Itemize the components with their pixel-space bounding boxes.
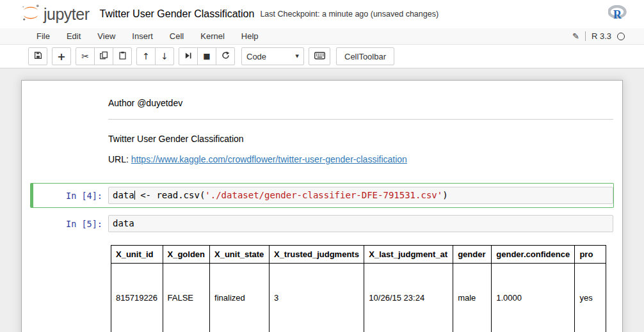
output-table-header-cell: gender [453, 246, 492, 264]
keyboard-icon [314, 52, 325, 61]
notebook-container: Author @duyetdev Twitter User Gender Cla… [0, 68, 644, 332]
output-table-cell: 815719226 [111, 264, 163, 332]
notebook-title[interactable]: Twitter User Gender Classification [100, 8, 255, 20]
output-prompt [33, 241, 108, 332]
output-table-header-cell: pro [575, 246, 606, 264]
arrow-up-icon: ↑ [142, 51, 150, 61]
menu-bar: File Edit View Insert Cell Kernel Help ✎… [0, 28, 644, 45]
notebook-toolbar: + ✂ ↑ ↓ [0, 45, 644, 68]
edit-button-group: ✂ [76, 47, 132, 65]
celltoolbar-button[interactable]: CellToolbar [336, 47, 394, 65]
interrupt-kernel-button[interactable]: ■ [197, 47, 216, 65]
output-table-cell: yes [575, 264, 606, 332]
output-table-header-cell: X_unit_state [210, 246, 270, 264]
menu-view[interactable]: View [89, 28, 124, 44]
notebook-heading-text: Twitter User Gender Classification [108, 134, 613, 145]
run-cell-button[interactable] [179, 47, 198, 65]
edit-mode-pencil-icon: ✎ [572, 31, 579, 41]
svg-text:R: R [613, 8, 622, 20]
code-token-paren: ) [442, 190, 447, 200]
code-input-4[interactable]: data <- read.csv('./dataset/gender-class… [108, 187, 613, 204]
output-area: X_unit_idX_goldenX_unit_stateX_trusted_j… [108, 241, 606, 332]
input-prompt: In [5]: [33, 215, 108, 232]
url-line: URL: https://www.kaggle.com/crowdflower/… [108, 154, 613, 165]
jupyter-logo-text: jupyter [44, 5, 90, 24]
plus-icon: + [57, 51, 65, 63]
copy-icon [100, 51, 108, 61]
markdown-cell[interactable]: Author @duyetdev Twitter User Gender Cla… [30, 90, 614, 180]
kernel-idle-indicator-icon [617, 33, 625, 40]
menu-cell[interactable]: Cell [161, 28, 192, 44]
menu-edit[interactable]: Edit [58, 28, 89, 44]
output-cell: X_unit_idX_goldenX_unit_stateX_trusted_j… [30, 237, 614, 332]
horizontal-rule [108, 119, 613, 120]
code-token-variable: data [113, 218, 134, 228]
restart-kernel-button[interactable] [216, 47, 235, 65]
kernel-name-label: R 3.3 [592, 31, 611, 41]
divider [585, 31, 586, 41]
r-kernel-logo-icon: R [608, 5, 627, 23]
output-table-head-row: X_unit_idX_goldenX_unit_stateX_trusted_j… [111, 246, 606, 264]
refresh-icon [221, 51, 230, 61]
clipboard-icon [118, 51, 127, 61]
menu-insert[interactable]: Insert [124, 28, 161, 44]
output-table-body: 815719226FALSEfinalized310/26/15 23:24ma… [111, 264, 606, 332]
stop-icon: ■ [203, 52, 210, 61]
move-button-group: ↑ ↓ [136, 47, 174, 65]
jupyter-logo[interactable]: jupyter [21, 3, 90, 25]
move-cell-up-button[interactable]: ↑ [136, 47, 156, 65]
code-input-5[interactable]: data [108, 215, 613, 232]
output-table-row: 815719226FALSEfinalized310/26/15 23:24ma… [111, 264, 606, 332]
output-table-header-cell: X_unit_id [111, 246, 163, 264]
output-table-cell: 3 [269, 264, 364, 332]
run-icon [184, 52, 192, 61]
menu-kernel[interactable]: Kernel [192, 28, 233, 44]
cell-type-dropdown[interactable]: Code ▼ [241, 47, 304, 65]
code-token-function: read.csv [156, 190, 199, 200]
markdown-rendered: Author @duyetdev Twitter User Gender Cla… [108, 93, 613, 176]
cell-type-value: Code [246, 52, 266, 61]
kaggle-dataset-link[interactable]: https://www.kaggle.com/crowdflower/twitt… [131, 154, 407, 164]
checkpoint-status: Last Checkpoint: a minute ago (unsaved c… [260, 10, 439, 19]
jupyter-notebook-app: jupyter Twitter User Gender Classificati… [0, 0, 644, 332]
dataframe-table: X_unit_idX_goldenX_unit_stateX_trusted_j… [111, 245, 606, 332]
input-prompt: In [4]: [33, 187, 108, 204]
code-cell-5[interactable]: In [5]: data [30, 211, 614, 236]
insert-cell-below-button[interactable]: + [52, 47, 71, 65]
code-token-variable: data [113, 190, 134, 200]
menu-file[interactable]: File [28, 28, 58, 44]
copy-cell-button[interactable] [94, 47, 113, 65]
output-table-header-cell: X_golden [163, 246, 210, 264]
code-cell-4[interactable]: In [4]: data <- read.csv('./dataset/gend… [30, 183, 614, 208]
output-table-cell: FALSE [163, 264, 210, 332]
cut-cell-button[interactable]: ✂ [76, 47, 95, 65]
code-token-operator: <- [135, 190, 157, 200]
header-bar: jupyter Twitter User Gender Classificati… [0, 0, 644, 28]
menubar-right-indicators: ✎ R 3.3 [572, 31, 625, 41]
scissors-icon: ✂ [81, 51, 89, 61]
arrow-down-icon: ↓ [161, 51, 168, 61]
output-table-header-cell: gender.confidence [492, 246, 575, 264]
output-table-header-cell: X_last_judgment_at [364, 246, 453, 264]
code-token-string: './dataset/gender-classifier-DFE-791531.… [205, 190, 442, 200]
command-palette-button[interactable] [309, 47, 330, 65]
jupyter-planet-icon [21, 3, 40, 25]
output-table-cell: 1.0000 [492, 264, 575, 332]
run-button-group: ■ [179, 47, 235, 65]
floppy-icon [34, 51, 42, 61]
markdown-prompt [33, 93, 108, 176]
output-table-cell: 10/26/15 23:24 [364, 264, 453, 332]
author-text: Author @duyetdev [108, 98, 613, 109]
notebook-panel: Author @duyetdev Twitter User Gender Cla… [21, 80, 623, 332]
celltoolbar-label: CellToolbar [344, 52, 386, 61]
menu-help[interactable]: Help [233, 28, 267, 44]
save-button[interactable] [28, 47, 47, 65]
output-table-header-cell: X_trusted_judgments [269, 246, 364, 264]
move-cell-down-button[interactable]: ↓ [155, 47, 174, 65]
output-table-cell: male [453, 264, 492, 332]
output-table-cell: finalized [210, 264, 270, 332]
paste-cell-button[interactable] [113, 47, 132, 65]
url-prefix: URL: [108, 154, 131, 164]
chevron-down-icon: ▼ [296, 54, 299, 59]
